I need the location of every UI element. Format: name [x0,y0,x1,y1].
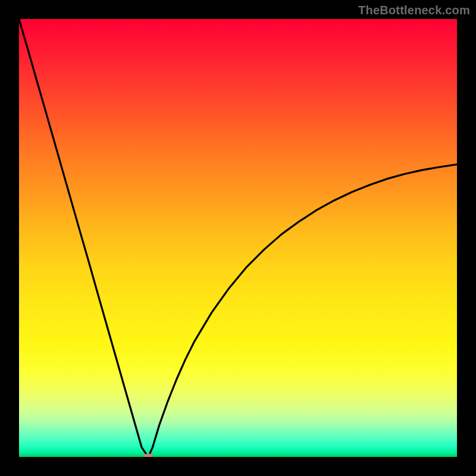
watermark-text: TheBottleneck.com [358,4,470,17]
curve-layer [19,19,457,457]
plot-area [19,19,457,457]
chart-frame: TheBottleneck.com [0,0,476,476]
bottleneck-curve [19,19,457,457]
optimal-point-marker [143,453,153,457]
